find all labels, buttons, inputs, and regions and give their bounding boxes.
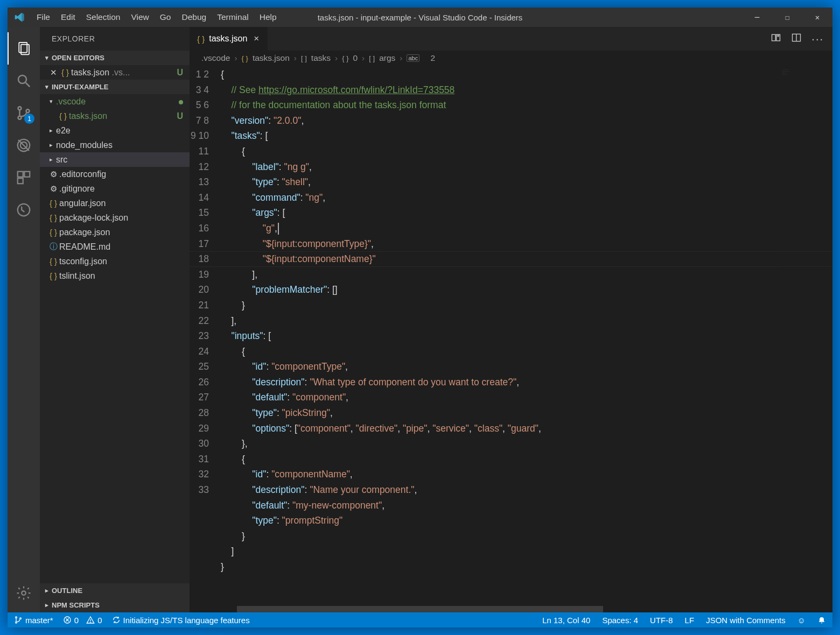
svg-point-13 xyxy=(18,204,30,216)
maximize-button[interactable]: ☐ xyxy=(772,8,802,27)
file-tree: ▾.vscode { }tasks.jsonU ▸e2e ▸node_modul… xyxy=(40,94,190,583)
folder-header[interactable]: ▾INPUT-EXAMPLE xyxy=(40,80,190,94)
indentation-status[interactable]: Spaces: 4 xyxy=(602,616,638,625)
open-editor-item[interactable]: ✕ { } tasks.json .vs... U xyxy=(40,65,190,80)
window-controls: ─ ☐ ✕ xyxy=(742,8,832,27)
text-editor[interactable]: 1 2 3 4 5 6 7 8 9 10 11 12 13 14 15 16 1… xyxy=(190,66,832,606)
close-button[interactable]: ✕ xyxy=(802,8,832,27)
svg-point-6 xyxy=(26,109,30,112)
tree-folder-vscode[interactable]: ▾.vscode xyxy=(40,94,190,109)
vscode-window: File Edit Selection View Go Debug Termin… xyxy=(8,8,832,627)
tree-file-readme[interactable]: ⓘREADME.md xyxy=(40,239,190,254)
sidebar-title: EXPLORER xyxy=(40,27,190,51)
notifications-icon[interactable] xyxy=(817,615,826,625)
vscode-logo-icon xyxy=(8,12,31,23)
tree-file-tsconfig[interactable]: { }tsconfig.json xyxy=(40,254,190,269)
language-status[interactable]: Initializing JS/TS language features xyxy=(112,616,250,625)
editor-actions: ··· xyxy=(771,27,832,51)
cursor-position-status[interactable]: Ln 13, Col 40 xyxy=(542,616,590,625)
close-editor-icon[interactable]: ✕ xyxy=(47,68,59,77)
menu-terminal[interactable]: Terminal xyxy=(212,8,254,27)
tab-close-icon[interactable]: × xyxy=(251,33,261,44)
status-bar: master* 0 0 Initializing JS/TS language … xyxy=(8,612,832,627)
minimize-button[interactable]: ─ xyxy=(742,8,772,27)
outline-header[interactable]: ▸OUTLINE xyxy=(40,583,190,598)
activity-bar: 1 xyxy=(8,27,40,612)
menu-edit[interactable]: Edit xyxy=(55,8,81,27)
svg-rect-0 xyxy=(19,43,27,53)
tree-file-package-lock[interactable]: { }package-lock.json xyxy=(40,210,190,225)
window-title: tasks.json - input-example - Visual Stud… xyxy=(318,13,523,22)
tree-folder-src[interactable]: ▸src xyxy=(40,152,190,167)
sync-icon xyxy=(112,616,121,624)
svg-point-14 xyxy=(22,591,26,595)
menu-file[interactable]: File xyxy=(31,8,55,27)
language-mode-status[interactable]: JSON with Comments xyxy=(706,616,786,625)
sidebar: EXPLORER ▾OPEN EDITORS ✕ { } tasks.json … xyxy=(40,27,190,612)
tree-folder-e2e[interactable]: ▸e2e xyxy=(40,123,190,138)
svg-point-20 xyxy=(16,617,17,618)
problems-status[interactable]: 0 0 xyxy=(63,616,102,625)
menu-help[interactable]: Help xyxy=(254,8,282,27)
tree-file-angular[interactable]: { }angular.json xyxy=(40,196,190,210)
split-editor-icon[interactable] xyxy=(791,32,802,45)
svg-point-2 xyxy=(18,75,26,83)
info-icon: ⓘ xyxy=(47,242,59,252)
svg-rect-15 xyxy=(772,34,776,41)
menu-debug[interactable]: Debug xyxy=(176,8,212,27)
editor-group: { } tasks.json × ··· .vscode› { }tasks.j… xyxy=(190,27,832,612)
source-control-icon[interactable]: 1 xyxy=(8,97,40,129)
npm-scripts-header[interactable]: ▸NPM SCRIPTS xyxy=(40,598,190,612)
svg-point-5 xyxy=(18,116,22,119)
svg-point-22 xyxy=(20,618,22,619)
feedback-icon[interactable]: ☺ xyxy=(797,616,806,625)
svg-point-21 xyxy=(16,622,17,623)
code-content[interactable]: { // See https://go.microsoft.com/fwlink… xyxy=(221,66,832,606)
error-icon xyxy=(63,616,72,624)
svg-rect-11 xyxy=(24,172,30,177)
tree-file-package[interactable]: { }package.json xyxy=(40,225,190,239)
svg-point-17 xyxy=(778,35,779,37)
menu-go[interactable]: Go xyxy=(155,8,177,27)
breadcrumb[interactable]: .vscode› { }tasks.json› [ ]tasks› { }0› … xyxy=(190,51,832,66)
tree-file-editorconfig[interactable]: ⚙.editorconfig xyxy=(40,167,190,181)
svg-line-3 xyxy=(26,83,30,87)
tab-tasks-json[interactable]: { } tasks.json × xyxy=(190,27,268,51)
toggle-changes-icon[interactable] xyxy=(771,32,781,45)
tab-bar: { } tasks.json × ··· xyxy=(190,27,832,51)
tree-folder-node-modules[interactable]: ▸node_modules xyxy=(40,138,190,152)
warning-icon xyxy=(86,616,95,624)
settings-gear-icon[interactable] xyxy=(8,577,40,609)
tree-file-tasks[interactable]: { }tasks.jsonU xyxy=(40,109,190,123)
horizontal-scrollbar[interactable] xyxy=(190,606,832,612)
line-numbers: 1 2 3 4 5 6 7 8 9 10 11 12 13 14 15 16 1… xyxy=(190,66,221,606)
svg-point-4 xyxy=(18,107,22,110)
branch-icon xyxy=(14,616,23,624)
explorer-icon[interactable] xyxy=(8,32,40,65)
extensions-icon[interactable] xyxy=(8,161,40,194)
title-bar: File Edit Selection View Go Debug Termin… xyxy=(8,8,832,27)
encoding-status[interactable]: UTF-8 xyxy=(650,616,673,625)
json-file-icon: { } xyxy=(197,34,205,44)
eol-status[interactable]: LF xyxy=(685,616,695,625)
search-icon[interactable] xyxy=(8,65,40,97)
svg-rect-1 xyxy=(21,45,29,55)
menu-view[interactable]: View xyxy=(125,8,154,27)
svg-rect-12 xyxy=(18,178,23,184)
gear-file-icon: ⚙ xyxy=(47,184,59,194)
minimap[interactable]: { // See https ... "version":"2.0.0" "ta… xyxy=(779,66,832,606)
tree-file-gitignore[interactable]: ⚙.gitignore xyxy=(40,181,190,196)
text-cursor xyxy=(278,223,279,235)
svg-rect-10 xyxy=(18,172,23,177)
menu-bar: File Edit Selection View Go Debug Termin… xyxy=(31,8,282,27)
debug-icon[interactable] xyxy=(8,129,40,161)
tree-file-tslint[interactable]: { }tslint.json xyxy=(40,269,190,283)
svg-point-27 xyxy=(90,622,91,623)
references-icon[interactable] xyxy=(8,194,40,226)
git-branch-status[interactable]: master* xyxy=(14,616,53,625)
scrollbar-thumb[interactable] xyxy=(237,606,603,612)
more-actions-icon[interactable]: ··· xyxy=(811,33,824,45)
menu-selection[interactable]: Selection xyxy=(81,8,126,27)
gear-file-icon: ⚙ xyxy=(47,170,59,179)
open-editors-header[interactable]: ▾OPEN EDITORS xyxy=(40,51,190,65)
